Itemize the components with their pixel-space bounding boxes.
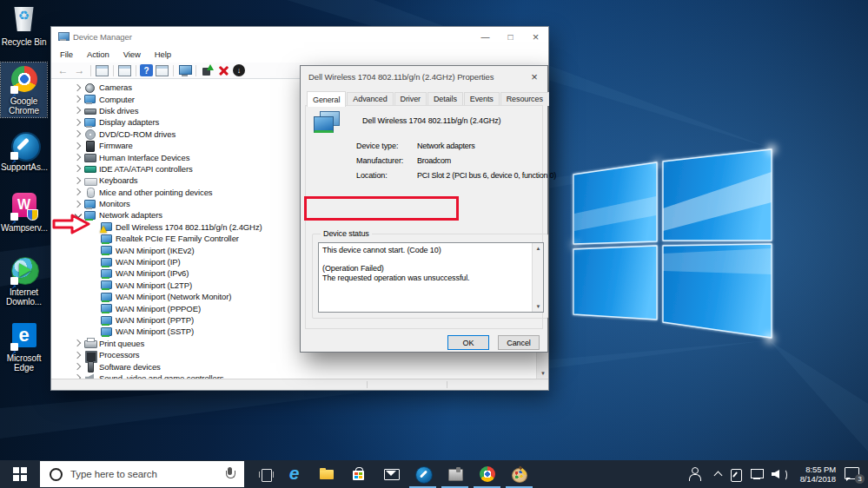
network-icon[interactable]	[750, 469, 764, 480]
desktop-icon[interactable]: Wampserv...	[1, 189, 47, 234]
taskbar-app-button[interactable]	[342, 460, 374, 488]
tree-chevron-icon[interactable]	[72, 120, 84, 125]
help-icon[interactable]	[140, 64, 153, 76]
device-info-fields: Device type:Network adapters Manufacture…	[356, 142, 539, 186]
tree-item[interactable]: Software devices	[51, 360, 548, 372]
taskbar-app-button[interactable]	[310, 460, 342, 488]
taskbar-app-button[interactable]	[471, 460, 503, 488]
dialog-tab[interactable]: Driver	[394, 92, 427, 106]
tree-chevron-icon[interactable]	[72, 178, 84, 183]
tree-chevron-icon[interactable]	[72, 364, 84, 369]
taskbar-app-button[interactable]	[439, 460, 471, 488]
desktop-icon[interactable]: SupportAs...	[1, 129, 47, 174]
desktop-icon[interactable]: Internet Downlo...	[1, 254, 47, 308]
taskbar-app-button[interactable]	[374, 460, 407, 488]
tree-chevron-icon[interactable]	[72, 108, 84, 113]
tree-chevron-icon[interactable]	[72, 96, 84, 102]
info-row: Location:PCI Slot 2 (PCI bus 6, device 0…	[356, 171, 539, 180]
ok-button[interactable]: OK	[447, 335, 489, 350]
device-class-icon	[101, 326, 112, 337]
info-label: Manufacturer:	[356, 156, 417, 165]
device-class-icon	[84, 199, 96, 209]
tree-chevron-icon[interactable]	[72, 201, 84, 207]
menu-item[interactable]: File	[53, 48, 80, 61]
action-pane-icon[interactable]	[155, 64, 169, 77]
scan-hardware-changes-icon[interactable]	[177, 64, 192, 77]
close-button[interactable]: ×	[523, 27, 548, 46]
pen-icon[interactable]	[731, 468, 742, 480]
desktop-icon-label: Microsoft Edge	[1, 353, 47, 373]
tree-chevron-icon[interactable]	[72, 189, 84, 195]
desktop-icon[interactable]: Google Chrome	[1, 63, 47, 117]
dialog-tab[interactable]: Details	[427, 92, 463, 106]
device-status-textbox[interactable]: This device cannot start. (Code 10)(Oper…	[318, 242, 544, 313]
desktop-icon-art	[9, 255, 40, 285]
shortcut-arrow-icon	[10, 152, 18, 160]
tree-item[interactable]: Sound, video and game controllers	[51, 373, 548, 379]
maximize-button[interactable]: □	[498, 27, 523, 46]
menu-item[interactable]: Action	[80, 48, 116, 61]
back-icon[interactable]	[56, 64, 70, 77]
action-center-icon[interactable]: 3	[844, 466, 863, 482]
toolbar-separator	[113, 65, 114, 76]
device-class-icon	[101, 245, 112, 255]
device-class-icon	[101, 280, 112, 290]
taskbar-app-button[interactable]	[503, 460, 535, 488]
desktop-icon[interactable]: Recycle Bin	[1, 3, 47, 49]
device-manager-titlebar[interactable]: Device Manager — □ ×	[51, 27, 548, 46]
tree-item-label: WAN Miniport (IKEv2)	[116, 246, 195, 255]
dialog-titlebar[interactable]: Dell Wireless 1704 802.11b/g/n (2.4GHz) …	[301, 66, 547, 87]
tree-chevron-icon[interactable]	[72, 166, 84, 171]
status-line: This device cannot start. (Code 10)	[322, 246, 529, 255]
uninstall-device-icon[interactable]	[216, 64, 231, 77]
task-view-button[interactable]	[254, 460, 277, 488]
scroll-down-icon[interactable]: ▼	[533, 301, 544, 312]
dialog-close-icon[interactable]: ×	[521, 66, 547, 87]
tree-chevron-icon[interactable]	[72, 353, 84, 358]
start-button[interactable]	[0, 460, 40, 488]
scroll-down-icon[interactable]: ▼	[537, 367, 549, 379]
info-value: Network adapters	[417, 142, 475, 150]
minimize-button[interactable]: —	[473, 27, 498, 46]
update-driver-icon[interactable]	[200, 64, 215, 77]
tree-item-label: Human Interface Devices	[99, 153, 189, 162]
tree-chevron-icon[interactable]	[72, 131, 84, 136]
menu-item[interactable]: View	[116, 48, 148, 61]
dialog-tab[interactable]: General	[307, 91, 346, 107]
microphone-icon[interactable]	[225, 467, 234, 481]
tree-chevron-icon[interactable]	[72, 155, 84, 160]
taskbar-app-button[interactable]	[407, 460, 439, 488]
tab-label: Advanced	[353, 95, 387, 103]
disable-device-icon[interactable]	[233, 64, 245, 76]
scroll-up-icon[interactable]: ▲	[533, 243, 544, 254]
volume-icon[interactable]	[772, 469, 786, 479]
clock[interactable]: 8:55 PM 8/14/2018	[794, 465, 836, 485]
device-status-groupbox: Device status This device cannot start. …	[312, 234, 548, 319]
taskbar-app-button[interactable]	[278, 460, 310, 488]
dialog-tab[interactable]: Advanced	[347, 92, 393, 106]
info-label: Device type:	[356, 142, 417, 150]
menu-item[interactable]: Help	[148, 48, 178, 61]
dialog-tab[interactable]: Resources	[500, 92, 549, 106]
dialog-title: Dell Wireless 1704 802.11b/g/n (2.4GHz) …	[308, 72, 521, 82]
cancel-button[interactable]: Cancel	[498, 335, 540, 350]
tree-chevron-icon[interactable]	[72, 143, 84, 148]
forward-icon[interactable]	[72, 64, 87, 77]
search-box[interactable]: Type here to search	[40, 461, 244, 487]
menu-bar: FileActionViewHelp	[51, 46, 548, 63]
properties-icon[interactable]	[117, 64, 132, 77]
dialog-tab[interactable]: Events	[464, 92, 500, 106]
people-icon[interactable]	[687, 467, 705, 481]
system-tray: 8:55 PM 8/14/2018 3	[687, 460, 863, 488]
tree-item-label: WAN Miniport (IPv6)	[116, 268, 189, 278]
status-scrollbar[interactable]: ▲ ▼	[532, 243, 543, 312]
device-class-icon	[84, 187, 96, 197]
shortcut-arrow-icon	[10, 86, 18, 94]
tree-chevron-icon[interactable]	[72, 340, 84, 346]
chevron-up-icon[interactable]	[712, 470, 723, 478]
tree-chevron-icon[interactable]	[72, 85, 84, 90]
cortana-icon	[50, 468, 63, 481]
console-tree-icon[interactable]	[95, 64, 109, 77]
desktop-icon[interactable]: Microsoft Edge	[1, 320, 47, 374]
tree-item-label: WAN Miniport (PPTP)	[116, 315, 194, 325]
